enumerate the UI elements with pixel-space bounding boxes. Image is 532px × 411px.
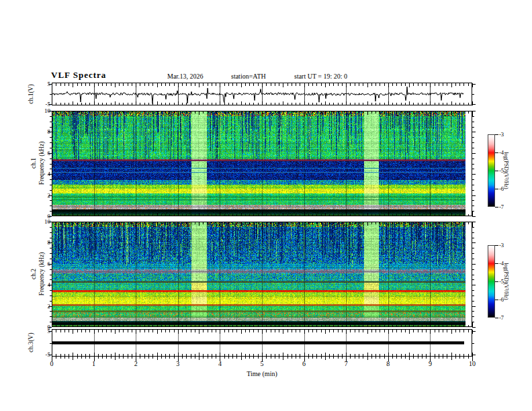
station-label: station=ATH <box>231 73 266 80</box>
spec2-ytick-label: 6 <box>48 261 51 267</box>
start-ut-label: start UT = 19: 20: 0 <box>294 73 347 80</box>
colorbar2-tick-label: -7 <box>499 314 504 321</box>
spec2-ytick-label: 4 <box>48 281 51 288</box>
spec1-freq-label: Frequency (kHz) <box>38 142 45 185</box>
spec2-ytick-label: 8 <box>48 239 51 246</box>
ch3-wave-ytick-label: -5 <box>46 351 51 358</box>
colorbar1-tick-label: -6 <box>499 185 504 192</box>
spec2-ytick-label: 10 <box>44 218 50 225</box>
xtick-label: 0 <box>50 360 54 367</box>
colorbar1-tick-label: -5 <box>499 167 504 174</box>
xtick-label: 7 <box>345 360 348 367</box>
figure-title: VLF Spectra <box>51 70 106 81</box>
colorbar2-tick-label: -5 <box>499 278 504 285</box>
ch1-wave-ylabel: ch.1(V) <box>28 84 34 103</box>
spec1-ytick-label: 4 <box>48 171 51 177</box>
ch1-wave-ytick-label: 5 <box>48 81 51 87</box>
spec1-ytick-label: 10 <box>44 107 50 114</box>
colorbar1-tick-label: -7 <box>499 203 504 210</box>
xtick-label: 3 <box>176 360 179 367</box>
xtick-label: 10 <box>469 360 476 367</box>
spec1-ytick-label: 2 <box>48 192 51 199</box>
ch1-waveform-canvas <box>52 83 472 105</box>
spec2-channel-label: ch.2 <box>30 269 37 279</box>
xtick-label: 1 <box>92 360 95 367</box>
colorbar-ch2 <box>488 245 495 318</box>
colorbar2-tick-label: -3 <box>499 242 504 248</box>
xtick-label: 2 <box>134 360 138 367</box>
time-axis-label: Time (min) <box>247 370 277 377</box>
xtick-label: 8 <box>386 360 390 367</box>
colorbar1-tick-label: -3 <box>499 131 504 138</box>
date-label: Mar.13, 2026 <box>167 73 204 80</box>
xtick-label: 9 <box>429 360 432 367</box>
ch2-spectrogram-canvas <box>52 222 472 326</box>
colorbar2-tick-label: -4 <box>499 260 504 267</box>
spec1-channel-label: ch.1 <box>30 158 37 169</box>
xtick-label: 5 <box>261 360 264 367</box>
ch1-wave-ytick-label: -5 <box>46 101 51 107</box>
colorbar-ch1 <box>488 134 495 207</box>
ch3-wave-ylabel: ch.3(V) <box>28 332 34 352</box>
spec2-freq-label: Frequency (kHz) <box>38 253 45 296</box>
spec1-ytick-label: 8 <box>48 128 51 135</box>
xtick-label: 4 <box>218 360 222 367</box>
ch3-wave-ytick-label: 5 <box>48 328 51 334</box>
colorbar2-tick-label: -6 <box>499 296 504 303</box>
xtick-label: 6 <box>302 360 306 367</box>
spec2-ytick-label: 2 <box>48 303 51 310</box>
colorbar1-tick-label: -4 <box>499 149 504 156</box>
vlf-spectra-figure: VLF Spectra Mar.13, 2026 station=ATH sta… <box>0 0 532 411</box>
ch3-waveform-canvas <box>52 330 472 356</box>
spec1-ytick-label: 6 <box>48 150 51 156</box>
ch1-spectrogram-canvas <box>52 111 472 216</box>
